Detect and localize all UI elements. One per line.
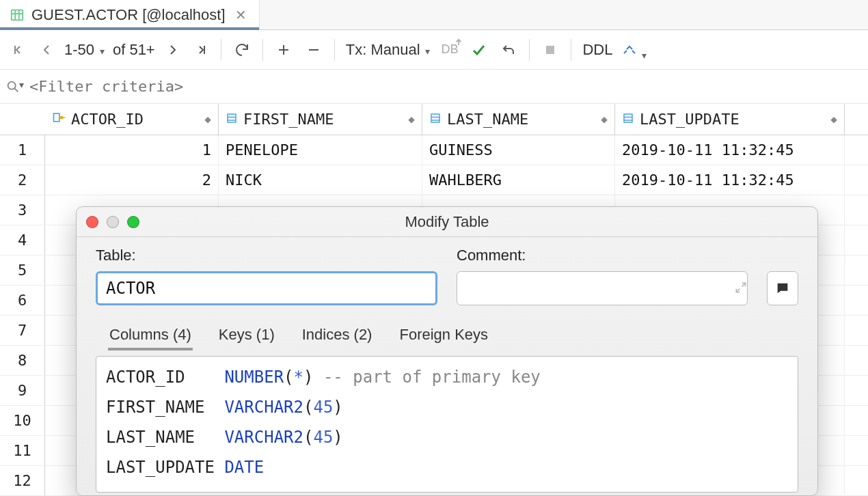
chevron-down-icon: ▾ [642,50,647,61]
row-number: 7 [0,316,45,345]
search-icon[interactable]: ▾ [5,79,24,94]
svg-rect-18 [431,114,439,122]
table-row[interactable]: 22NICKWAHLBERG2019-10-11 11:32:45 [0,165,868,195]
column-headers: ACTOR_ID ◆ FIRST_NAME ◆ LAST_NAME ◆ LAST… [0,104,868,135]
row-number: 6 [0,286,45,315]
sort-icon[interactable]: ◆ [204,113,211,126]
next-page-button[interactable] [159,36,187,64]
sort-icon[interactable]: ◆ [408,113,415,126]
key-column-icon [52,111,66,128]
comment-input[interactable] [457,271,748,305]
sort-icon[interactable]: ◆ [830,113,837,126]
svg-point-10 [8,81,16,89]
expand-icon[interactable] [734,281,748,297]
svg-rect-12 [54,113,59,122]
separator [262,39,263,61]
tab-close-button[interactable]: ✕ [232,7,249,23]
separator [529,39,530,61]
cell-actor-id[interactable]: 1 [45,135,219,165]
schema-column-row[interactable]: FIRST_NAME VARCHAR2(45) [106,392,788,422]
sort-icon[interactable]: ◆ [601,113,608,126]
toolbar: 1-50 ▾ of 51+ Tx: Manual ▾ DB DDL ▾ [0,30,868,70]
tx-mode-dropdown[interactable]: Tx: Manual ▾ [342,41,435,59]
settings-dropdown-button[interactable]: ▾ [619,36,647,64]
table-row[interactable]: 11PENELOPEGUINESS2019-10-11 11:32:45 [0,135,868,165]
dialog-titlebar[interactable]: Modify Table [77,207,817,237]
comment-button[interactable] [767,271,798,305]
filter-input[interactable] [29,78,439,95]
row-number: 1 [0,135,45,165]
cell-last-update[interactable]: 2019-10-11 11:32:45 [615,135,845,165]
tab-title: GUEST.ACTOR [@localhost] [31,6,226,24]
schema-column-row[interactable]: ACTOR_ID NUMBER(*) -- part of primary ke… [106,362,788,392]
cell-last-update[interactable]: 2019-10-11 11:32:45 [615,165,845,195]
refresh-button[interactable] [228,36,256,64]
column-header-actor-id[interactable]: ACTOR_ID ◆ [45,104,219,135]
page-range[interactable]: 1-50 ▾ [60,41,109,59]
schema-list[interactable]: ACTOR_ID NUMBER(*) -- part of primary ke… [96,356,798,493]
filter-row: ▾ [0,70,868,104]
remove-row-button[interactable] [300,36,327,64]
db-commit-button[interactable]: DB [437,36,462,64]
commit-button[interactable] [465,36,492,64]
row-number: 10 [0,406,45,435]
first-page-button[interactable] [5,36,33,64]
pagination-group: 1-50 ▾ of 51+ [5,36,214,64]
svg-rect-9 [546,46,554,54]
separator [571,39,571,61]
tab-foreign-keys[interactable]: Foreign Keys [398,322,489,350]
chevron-down-icon: ▾ [19,79,24,94]
rollback-button[interactable] [495,36,522,64]
tab-indices[interactable]: Indices (2) [301,322,374,350]
row-number: 4 [0,225,45,255]
add-row-button[interactable] [270,36,297,64]
close-window-button[interactable] [86,216,98,228]
row-number: 3 [0,195,45,225]
prev-page-button[interactable] [33,36,60,64]
table-icon [10,8,25,23]
column-header-first-name[interactable]: FIRST_NAME ◆ [219,104,422,135]
separator [334,39,335,61]
svg-rect-14 [63,117,65,118]
minimize-window-button[interactable] [107,216,119,228]
row-number: 5 [0,256,45,285]
schema-column-row[interactable]: LAST_NAME VARCHAR2(45) [106,422,788,452]
cell-first-name[interactable]: PENELOPE [219,135,422,165]
row-number: 11 [0,436,45,465]
column-icon [622,111,634,128]
column-header-last-update[interactable]: LAST_UPDATE ◆ [615,104,845,135]
column-header-last-name[interactable]: LAST_NAME ◆ [422,104,615,135]
window-controls [86,207,139,237]
separator [221,39,221,61]
svg-rect-15 [228,114,236,122]
svg-rect-21 [624,114,632,122]
ddl-button[interactable]: DDL [578,41,616,59]
tab-guest-actor[interactable]: GUEST.ACTOR [@localhost] ✕ [0,0,260,29]
chevron-down-icon: ▾ [423,46,431,57]
tab-keys[interactable]: Keys (1) [217,322,276,350]
cell-actor-id[interactable]: 2 [45,165,219,195]
stop-button[interactable] [537,36,564,64]
cell-last-name[interactable]: WAHLBERG [422,165,615,195]
modify-table-dialog: Modify Table Table: Comment: Columns (4)… [76,206,818,496]
svg-rect-0 [12,10,23,20]
tab-columns[interactable]: Columns (4) [108,322,193,350]
cell-last-name[interactable]: GUINESS [422,135,615,165]
zoom-window-button[interactable] [127,216,139,228]
row-number: 2 [0,165,45,195]
table-name-input[interactable] [96,271,437,305]
svg-line-11 [14,88,18,92]
table-field-label: Table: [96,247,457,264]
comment-field-label: Comment: [457,247,526,264]
row-number: 9 [0,376,45,405]
dialog-title: Modify Table [77,213,817,231]
column-icon [429,111,442,128]
last-page-button[interactable] [187,36,214,64]
chevron-down-icon: ▾ [97,46,105,57]
schema-column-row[interactable]: LAST_UPDATE DATE [106,452,788,482]
column-icon [226,111,238,128]
row-number: 12 [0,466,45,495]
rownum-header [0,104,45,135]
page-total: of 51+ [109,41,159,59]
cell-first-name[interactable]: NICK [219,165,422,195]
